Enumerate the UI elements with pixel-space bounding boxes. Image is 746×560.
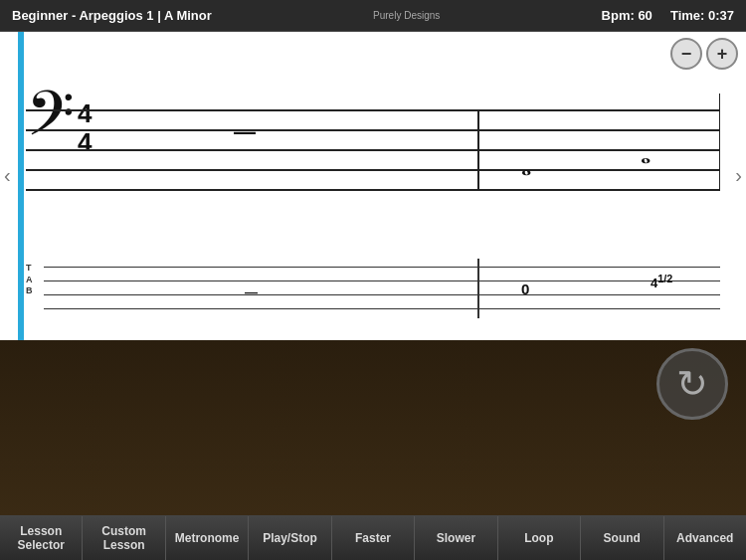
zoom-controls: − + [670,38,738,70]
fretboard-area: 1st Position G D A E A C E C ↻ [0,340,746,515]
tab-num-4half: 41/2 [651,273,672,290]
advanced-button[interactable]: Advanced [664,516,746,560]
bottom-toolbar: Lesson Selector Custom Lesson Metronome … [0,515,746,560]
staff-line-3 [26,149,720,151]
staff-line-4 [26,169,720,171]
tab-label: TAB [26,263,33,297]
faster-button[interactable]: Faster [332,516,415,560]
sheet-music-area: 𝄢 4 4 — 𝅝 𝅝 TAB — 0 41/2 [0,32,746,340]
tab-line-1 [44,267,720,268]
tab-line-4 [44,308,720,309]
bpm-display: Bpm: 60 [602,8,653,23]
zoom-in-button[interactable]: + [706,38,738,70]
staff-line-5 [26,189,720,191]
replay-button[interactable]: ↻ [656,348,728,420]
time-display: Time: 0:37 [670,8,734,23]
stats-display: Bpm: 60 Time: 0:37 [602,8,734,23]
play-stop-button[interactable]: Play/Stop [249,516,331,560]
scroll-left-arrow[interactable]: ‹ [4,164,11,187]
tab-rest: — [245,284,258,299]
tab-line-2 [44,280,720,281]
lesson-selector-button[interactable]: Lesson Selector [0,516,83,560]
tab-line-3 [44,294,720,295]
loop-button[interactable]: Loop [498,516,581,560]
scroll-right-arrow[interactable]: › [735,164,742,187]
lesson-title: Beginner - Arpeggios 1 | A Minor [12,8,212,23]
tab-area: TAB — 0 41/2 [26,259,720,318]
measure-line-2 [719,93,721,191]
replay-icon: ↻ [676,362,708,406]
zoom-out-button[interactable]: − [670,38,702,70]
top-bar: Beginner - Arpeggios 1 | A Minor Purely … [0,0,746,32]
custom-lesson-button[interactable]: Custom Lesson [83,516,165,560]
staff-line-2 [26,129,720,131]
slower-button[interactable]: Slower [415,516,497,560]
metronome-button[interactable]: Metronome [166,516,249,560]
tab-measure-line [477,259,479,318]
sound-button[interactable]: Sound [581,516,663,560]
measure-line-1 [477,109,479,191]
half-rest: — [234,119,256,145]
brand-logo: Purely Designs [373,10,440,21]
tab-num-0: 0 [521,280,529,297]
position-indicator [18,32,24,340]
staff-line-1 [26,109,720,111]
